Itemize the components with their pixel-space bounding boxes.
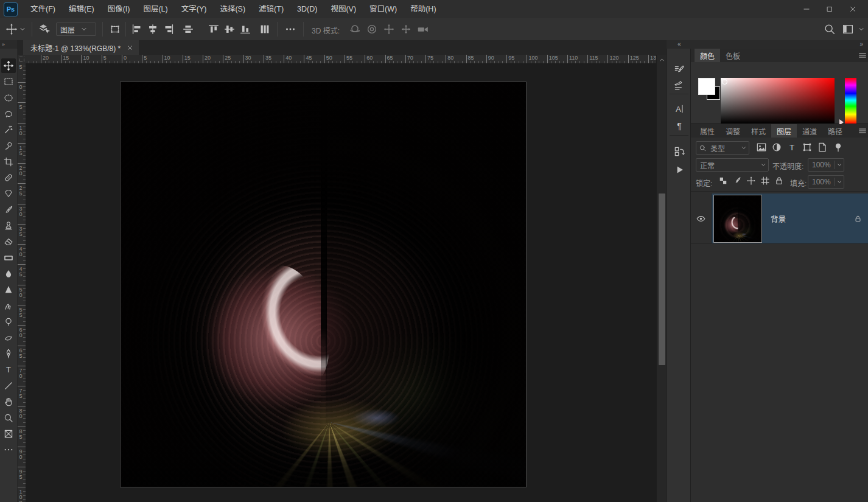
burn-tool[interactable] [1,330,16,345]
canvas-artwork[interactable] [121,82,526,487]
more-options-icon[interactable] [284,23,297,36]
tab-styles[interactable]: 样式 [746,124,771,138]
workspace-icon[interactable] [841,23,855,36]
align-right-icon[interactable] [162,23,175,36]
3d-slide-icon[interactable] [399,23,413,36]
tab-channels[interactable]: 通道 [797,124,822,138]
menu-item-2[interactable]: 图像(I) [101,0,137,18]
lock-all-icon[interactable] [774,175,785,186]
filter-adjustment-icon[interactable] [771,141,783,153]
blend-mode-dropdown[interactable]: 正常 [696,158,769,172]
layer-filter-dropdown[interactable]: 类型 [696,141,749,155]
opacity-dropdown[interactable]: 100% [808,158,844,172]
actions-panel-button[interactable] [671,162,687,178]
history-panel-button[interactable] [671,144,687,159]
tab-swatches[interactable]: 色板 [720,49,746,62]
hand-tool[interactable] [1,394,16,409]
3d-orbit-icon[interactable] [348,23,362,36]
3d-pan-icon[interactable] [382,23,396,36]
layer-row[interactable]: 背景 [691,193,868,244]
toolbar-collapse[interactable]: » [0,40,19,49]
sharpen-tool[interactable] [1,282,16,297]
pen-tool[interactable] [1,346,16,361]
menu-item-6[interactable]: 滤镜(T) [252,0,290,18]
brush-settings-panel-button[interactable] [671,62,687,78]
blur-tool[interactable] [1,267,16,281]
panel-menu-icon[interactable] [858,51,867,60]
distribute-vcenter-icon[interactable] [258,23,271,36]
patch-tool[interactable] [1,186,16,201]
menu-item-8[interactable]: 视图(V) [324,0,363,18]
tab-paths[interactable]: 路径 [822,124,848,138]
distribute-hcenter-icon[interactable] [181,23,195,36]
3d-camera-icon[interactable] [416,23,430,36]
chevron-down-icon[interactable] [857,25,866,33]
lock-artboard-icon[interactable] [760,175,771,186]
hue-slider[interactable] [845,78,856,124]
gradient-tool[interactable] [1,251,16,265]
line-tool[interactable] [1,378,16,393]
healing-brush-tool[interactable] [1,170,16,185]
layer-visibility-cell[interactable] [691,193,712,243]
menu-item-0[interactable]: 文件(F) [24,0,62,18]
layer-row-selected[interactable]: 背景 [712,193,868,243]
search-icon[interactable] [823,23,836,36]
align-hcenter-icon[interactable] [146,23,159,36]
3d-roll-icon[interactable] [365,23,379,36]
tab-adjustments[interactable]: 调整 [720,124,746,138]
edit-toolbar[interactable] [1,442,16,457]
tab-properties[interactable]: 属性 [695,124,720,138]
clone-stamp-tool[interactable] [1,218,16,233]
menu-item-3[interactable]: 图层(L) [136,0,174,18]
transform-controls-icon[interactable] [108,23,122,36]
align-vcenter-icon[interactable] [223,23,236,36]
character-panel-button[interactable]: A [671,101,687,117]
menu-item-4[interactable]: 文字(Y) [175,0,214,18]
color-saturation-field[interactable] [721,78,835,124]
menu-item-1[interactable]: 编辑(E) [62,0,101,18]
ruler-origin-box[interactable] [17,55,26,64]
document-tab[interactable]: 未标题-1 @ 133%(RGB/8) * [23,40,139,55]
align-top-icon[interactable] [207,23,220,36]
canvas-viewport[interactable] [26,63,656,502]
auto-select-layers-icon[interactable] [38,23,51,36]
lock-paint-icon[interactable] [732,175,743,186]
tab-color[interactable]: 颜色 [695,49,720,62]
crop-tool[interactable] [1,155,16,169]
auto-select-target-dropdown[interactable]: 图层 [56,23,96,36]
filter-toggle-icon[interactable] [832,141,844,153]
maximize-button[interactable] [818,0,841,18]
zoom-tool[interactable] [1,411,16,425]
chevron-up-icon[interactable] [658,56,666,64]
move-tool[interactable] [1,58,16,73]
filter-shape-icon[interactable] [801,141,813,153]
brush-tool[interactable] [1,203,16,217]
rect-marquee-tool[interactable] [1,74,16,89]
layer-thumbnail[interactable] [713,195,762,243]
align-bottom-icon[interactable] [239,23,252,36]
foreground-color-swatch[interactable] [698,78,715,95]
collapse-panels-chevrons[interactable]: » [859,41,863,47]
scrollbar-thumb[interactable] [659,193,665,365]
menu-item-7[interactable]: 3D(D) [290,0,324,18]
chevron-down-icon[interactable] [18,25,27,33]
move-tool-option-icon[interactable] [5,23,18,36]
lock-transparency-icon[interactable] [718,175,729,186]
minimize-button[interactable] [795,0,818,18]
filter-image-icon[interactable] [755,141,768,153]
close-tab-icon[interactable] [126,44,134,52]
frame-tool[interactable] [1,427,16,441]
lasso-tool[interactable] [1,106,16,121]
smudge-tool[interactable] [1,299,16,313]
filter-type-icon[interactable]: T [786,141,798,153]
close-button[interactable] [841,0,864,18]
menu-item-9[interactable]: 窗口(W) [363,0,404,18]
type-tool[interactable]: T [1,363,16,377]
vertical-scrollbar[interactable] [656,55,667,502]
menu-item-5[interactable]: 选择(S) [213,0,252,18]
align-left-icon[interactable] [130,23,144,36]
brushes-panel-button[interactable] [671,78,687,94]
expand-panels-chevrons[interactable]: « [677,41,681,47]
filter-smartobject-icon[interactable] [816,141,828,153]
eraser-tool[interactable] [1,234,16,249]
